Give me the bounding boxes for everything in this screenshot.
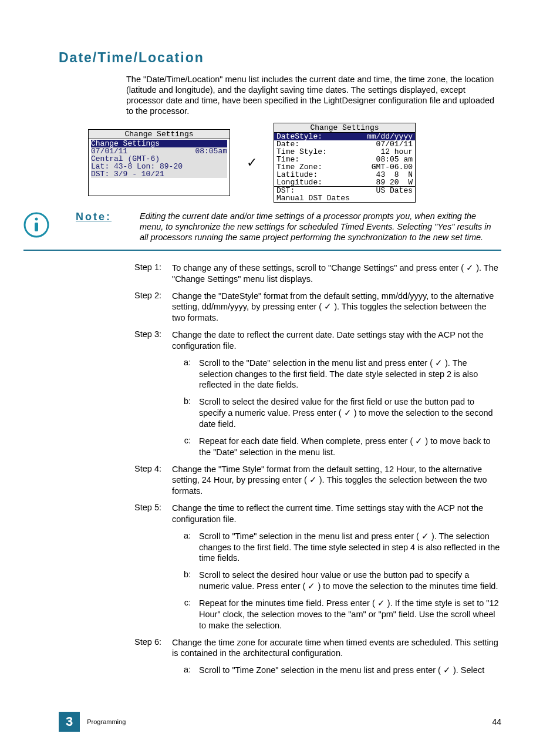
step5c-body: Repeat for the minutes time field. Press… xyxy=(199,598,501,631)
step5b-label: b: xyxy=(180,570,191,592)
page-number: 44 xyxy=(492,717,501,726)
step5a-body: Scroll to "Time" selection in the menu l… xyxy=(199,531,501,564)
sb-r5r: 43 8 N xyxy=(376,171,413,179)
check-icon: ✓ xyxy=(415,436,423,447)
info-icon xyxy=(23,212,49,238)
check-icon: ✓ xyxy=(309,475,317,486)
screen-right: Change Settings DateStyle:mm/dd/yyyy Dat… xyxy=(274,123,416,203)
screen-right-title: Change Settings xyxy=(274,123,415,133)
step3a-label: a: xyxy=(180,358,191,391)
step4-label: Step 4: xyxy=(126,464,161,497)
sb-r6r: 89 20 W xyxy=(376,179,413,186)
sb-r7l: DST: xyxy=(276,187,295,194)
sb-r4r: GMT-06.00 xyxy=(372,163,413,171)
step3c-label: c: xyxy=(180,436,191,458)
step5c-label: c: xyxy=(180,598,191,631)
check-icon: ✓ xyxy=(466,263,474,274)
check-icon: ✓ xyxy=(421,531,429,542)
sb-r8l: Manual DST Dates xyxy=(276,194,350,202)
step3c-body: Repeat for each date field. When complet… xyxy=(199,436,501,458)
step6-body: Change the time zone for accurate time w… xyxy=(172,637,501,659)
arrow-icon: ✓ xyxy=(247,155,257,170)
sb-r3l: Time: xyxy=(276,156,299,163)
intro-paragraph: The "Date/Time/Location" menu list inclu… xyxy=(126,74,501,117)
step3b-label: b: xyxy=(180,396,191,430)
step2-body: Change the "DateStyle" format from the d… xyxy=(172,291,501,324)
screen-left: Change Settings Change Settings 07/01/11… xyxy=(88,129,230,196)
step6a-label: a: xyxy=(180,665,191,676)
step3-label: Step 3: xyxy=(126,329,161,352)
scr-a-row3: Central (GMT-6) xyxy=(91,155,160,163)
chapter-number: 3 xyxy=(59,712,80,732)
step3b-body: Scroll to select the desired value for t… xyxy=(199,396,501,430)
section-title: Date/Time/Location xyxy=(59,50,501,66)
screen-left-title: Change Settings xyxy=(89,130,230,139)
note-text: Editing the current date and/or time set… xyxy=(140,211,501,243)
scr-a-row5: DST: 3/9 - 10/21 xyxy=(91,170,164,178)
sb-r2r: 12 hour xyxy=(380,148,413,156)
note-block: Note: Editing the current date and/or ti… xyxy=(23,211,501,251)
footer-section: Programming xyxy=(87,718,126,725)
step6a-body: Scroll to "Time Zone" selection in the m… xyxy=(199,665,501,676)
check-icon: ✓ xyxy=(308,581,315,592)
footer: 3 Programming 44 xyxy=(59,712,501,732)
sb-r7r: US Dates xyxy=(376,187,413,194)
step3-body: Change the date to reflect the current d… xyxy=(172,329,501,352)
scr-a-row2l: 07/01/11 xyxy=(91,147,127,155)
check-icon: ✓ xyxy=(377,598,385,609)
scr-a-row2r: 08:05am xyxy=(195,147,227,155)
sb-r0r: mm/dd/yyyy xyxy=(367,133,413,140)
step2-label: Step 2: xyxy=(126,291,161,324)
step6-label: Step 6: xyxy=(126,637,161,659)
sb-r1l: Date: xyxy=(276,140,299,148)
step5-body: Change the time to reflect the current t… xyxy=(172,503,501,525)
check-icon: ✓ xyxy=(443,665,451,676)
check-icon: ✓ xyxy=(324,301,332,312)
check-icon: ✓ xyxy=(344,408,352,419)
note-label: Note: xyxy=(76,211,112,243)
step1-body: To change any of these settings, scroll … xyxy=(172,263,501,285)
sb-r2l: Time Style: xyxy=(276,148,327,156)
step5b-body: Scroll to select the desired hour value … xyxy=(199,570,501,592)
sb-r1r: 07/01/11 xyxy=(376,140,413,148)
svg-point-1 xyxy=(35,217,38,220)
sb-r0l: DateStyle: xyxy=(276,133,322,140)
check-icon: ✓ xyxy=(435,358,443,369)
step3a-body: Scroll to the "Date" selection in the me… xyxy=(199,358,501,391)
svg-rect-2 xyxy=(35,223,38,231)
sb-r3r: 08:05 am xyxy=(376,156,413,163)
steps-list: Step 1: To change any of these settings,… xyxy=(126,263,501,676)
step4-body: Change the "Time Style" format from the … xyxy=(172,464,501,497)
step1-label: Step 1: xyxy=(126,263,161,285)
lcd-screens: Change Settings Change Settings 07/01/11… xyxy=(88,123,501,203)
sb-r4l: Time Zone: xyxy=(276,163,322,171)
sb-r6l: Longitude: xyxy=(276,179,322,186)
scr-a-row4: Lat: 43-8 Lon: 89-20 xyxy=(91,163,183,170)
sb-r5l: Latitude: xyxy=(276,171,318,179)
step5-label: Step 5: xyxy=(126,503,161,525)
scr-a-row1: Change Settings xyxy=(91,140,160,147)
step5a-label: a: xyxy=(180,531,191,564)
